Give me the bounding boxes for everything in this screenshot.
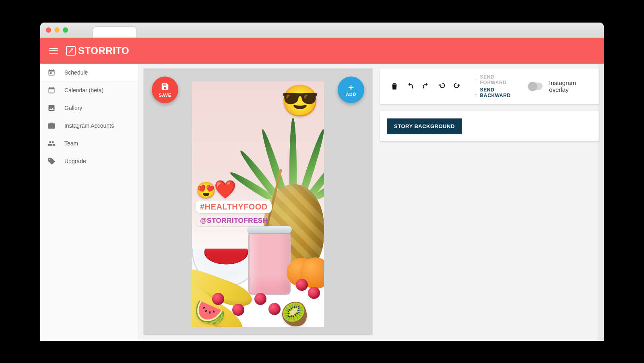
app-header: STORRITO (40, 38, 604, 64)
raspberry-graphic (254, 293, 266, 305)
editor-area: SAVE ＋ ADD (139, 64, 604, 341)
sidebar-item-team[interactable]: Team (40, 135, 138, 152)
arrow-down-icon: ↓ (475, 89, 478, 96)
sidebar-item-label: Gallery (64, 105, 82, 111)
sidebar-item-upgrade[interactable]: Upgrade (40, 152, 138, 170)
sidebar-item-label: Schedule (64, 69, 88, 76)
redo-button[interactable] (419, 78, 433, 94)
add-button-label: ADD (346, 92, 356, 97)
raspberry-graphic (232, 304, 244, 316)
sticker-heart-emoji[interactable]: ❤️ (214, 180, 236, 198)
rotate-left-button[interactable] (434, 78, 448, 94)
browser-window: STORRITO Schedule Calendar (beta) Galler… (40, 23, 604, 341)
brand: STORRITO (66, 45, 129, 56)
delete-button[interactable] (388, 78, 402, 94)
raspberry-graphic (268, 303, 281, 315)
scrollbar[interactable] (598, 64, 604, 341)
brand-logo-icon (66, 46, 76, 56)
raspberry-graphic (296, 279, 308, 291)
sidebar: Schedule Calendar (beta) Gallery Instagr… (40, 64, 139, 341)
brand-name: STORRITO (78, 45, 129, 56)
arrow-up-icon: ↑ (475, 77, 478, 83)
background-panel: STORY BACKGROUND (380, 111, 599, 141)
send-backward-label: SEND BACKWARD (480, 87, 520, 98)
sticker-hearteyes-emoji[interactable]: 😍 (196, 182, 216, 198)
sticker-kiwi-emoji[interactable]: 🥝 (281, 303, 309, 326)
image-icon (47, 104, 56, 112)
browser-chrome (40, 23, 604, 38)
plus-icon: ＋ (347, 83, 356, 92)
close-window-dot[interactable] (46, 27, 51, 33)
sidebar-item-schedule[interactable]: Schedule (40, 64, 138, 81)
minimize-window-dot[interactable] (54, 27, 60, 33)
undo-button[interactable] (403, 78, 417, 94)
camera-icon (47, 122, 56, 130)
save-button-label: SAVE (159, 93, 171, 97)
instagram-overlay-label: Instagram overlay (549, 79, 591, 93)
sidebar-item-label: Upgrade (64, 158, 86, 164)
tag-icon (47, 157, 56, 165)
undo-icon (406, 82, 415, 91)
editor-toolbar: ↑ SEND FORWARD ↓ SEND BACKWARD Instagram… (380, 68, 599, 104)
send-forward-label: SEND FORWARD (480, 74, 520, 85)
raspberry-graphic (308, 287, 320, 299)
sidebar-item-label: Calendar (beta) (64, 87, 103, 93)
hashtag-chip[interactable]: #HEALTHYFOOD (196, 201, 272, 213)
rotate-ccw-icon (437, 82, 446, 91)
mention-chip[interactable]: @STORRITOFRESH (196, 215, 272, 226)
redo-icon (421, 82, 430, 91)
sidebar-item-accounts[interactable]: Instagram Accounts (40, 117, 138, 135)
sidebar-item-label: Instagram Accounts (64, 122, 114, 129)
sidebar-item-gallery[interactable]: Gallery (40, 99, 138, 117)
menu-icon[interactable] (49, 48, 58, 54)
event-icon (47, 68, 56, 77)
sidebar-item-calendar[interactable]: Calendar (beta) (40, 81, 138, 99)
sticker-cool-emoji[interactable]: 😎 (281, 85, 319, 116)
trash-icon (390, 82, 399, 91)
story-canvas[interactable]: 😎 😍 ❤️ 🍉 🥝 #HEALTHYFOOD @STORRITOFRESH (192, 81, 324, 327)
story-background-button[interactable]: STORY BACKGROUND (387, 118, 462, 134)
rotate-cw-icon (453, 82, 462, 91)
browser-tab[interactable] (93, 26, 137, 37)
team-icon (47, 139, 56, 147)
instagram-overlay-switch[interactable] (529, 83, 543, 90)
send-forward-button[interactable]: ↑ SEND FORWARD (475, 74, 520, 85)
save-button[interactable]: SAVE (152, 77, 178, 103)
window-controls (46, 27, 68, 33)
sticker-watermelon-emoji[interactable]: 🍉 (194, 300, 225, 325)
save-icon (161, 82, 169, 93)
calendar-icon (47, 86, 56, 94)
send-backward-button[interactable]: ↓ SEND BACKWARD (475, 87, 520, 98)
rotate-right-button[interactable] (450, 78, 464, 94)
sidebar-item-label: Team (64, 140, 78, 147)
canvas-card: SAVE ＋ ADD (144, 68, 372, 334)
add-button[interactable]: ＋ ADD (338, 77, 364, 103)
maximize-window-dot[interactable] (63, 27, 68, 33)
